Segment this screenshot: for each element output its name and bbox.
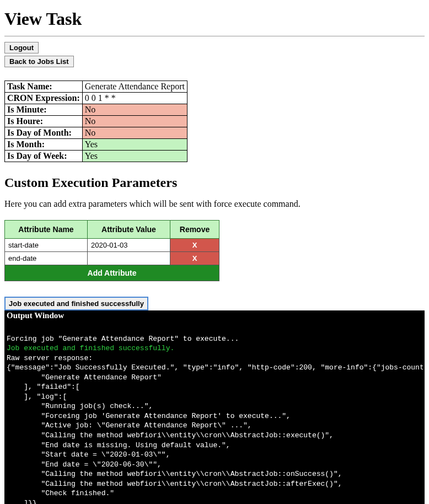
task-info-value: Yes: [82, 139, 187, 151]
table-row: X: [5, 239, 219, 252]
task-info-value: No: [82, 127, 187, 139]
output-window: Output Window Forcing job "Generate Atte…: [4, 310, 425, 504]
remove-button[interactable]: X: [170, 252, 219, 265]
divider: [4, 36, 425, 36]
output-line: "Calling the method webfiori\\entity\\cr…: [7, 470, 342, 478]
custom-params-description: Here you can add extra parameters which …: [4, 199, 425, 209]
output-line: "Calling the method webfiori\\entity\\cr…: [7, 480, 342, 488]
output-line: Forcing job "Generate Attendance Report"…: [7, 335, 239, 343]
output-line: "Generate Attendance Report": [7, 373, 162, 382]
task-info-value: 0 0 1 * *: [82, 93, 187, 104]
status-message: Job executed and finished successfully: [4, 297, 148, 310]
output-line: "End date is missing. Using default valu…: [7, 441, 230, 449]
output-line: "Check finished.": [7, 489, 114, 497]
output-line: "Active job: \"Generate Attendance Repor…: [7, 421, 252, 430]
params-table: Attribute Name Attribute Value Remove XX…: [4, 220, 219, 281]
task-info-label: Task Name:: [5, 81, 83, 93]
remove-button[interactable]: X: [170, 239, 219, 252]
page-title: View Task: [4, 9, 425, 29]
params-header-name: Attribute Name: [5, 221, 88, 239]
output-line: {"message":"Job Successfully Executed.",…: [7, 363, 425, 372]
logout-button[interactable]: Logout: [4, 42, 39, 53]
output-title: Output Window: [4, 310, 425, 321]
task-info-label: Is Minute:: [5, 104, 83, 116]
attribute-value-input[interactable]: [90, 240, 170, 250]
task-info-label: Is Day of Week:: [5, 151, 83, 162]
output-line: ]}}: [7, 499, 37, 504]
attribute-value-input[interactable]: [90, 254, 170, 263]
output-line: "Calling the method webfiori\\entity\\cr…: [7, 431, 334, 439]
task-info-label: Is Day of Month:: [5, 127, 83, 139]
attribute-name-input[interactable]: [7, 254, 87, 263]
task-info-table: Task Name:Generate Attendance ReportCRON…: [4, 81, 187, 162]
task-info-value: No: [82, 104, 187, 116]
table-row: X: [5, 252, 219, 265]
add-attribute-button[interactable]: Add Attribute: [5, 265, 219, 281]
output-line: ], "failed":[: [7, 383, 80, 391]
task-info-label: Is Houre:: [5, 116, 83, 127]
custom-params-heading: Custom Execution Parameters: [4, 175, 425, 190]
task-info-value: Yes: [82, 151, 187, 162]
output-line: Raw server response:: [7, 354, 93, 362]
output-line: "Forceing job 'Generate Attendance Repor…: [7, 412, 291, 420]
attribute-name-input[interactable]: [7, 240, 87, 250]
params-header-value: Attribute Value: [88, 221, 170, 239]
output-line: "Start date = \"2020-01-03\"",: [7, 451, 170, 459]
back-button[interactable]: Back to Jobs List: [4, 56, 74, 67]
params-header-remove: Remove: [170, 221, 219, 239]
output-line: ], "log":[: [7, 393, 67, 401]
output-line: "End date = \"2020-06-30\"",: [7, 460, 162, 469]
task-info-value: Generate Attendance Report: [82, 81, 187, 93]
task-info-label: Is Month:: [5, 139, 83, 151]
output-body: Forcing job "Generate Attendance Report"…: [4, 321, 425, 504]
output-line: Job executed and finished successfully.: [7, 344, 174, 352]
task-info-label: CRON Expression:: [5, 93, 83, 104]
task-info-value: No: [82, 116, 187, 127]
output-line: "Running job(s) check...",: [7, 402, 153, 410]
